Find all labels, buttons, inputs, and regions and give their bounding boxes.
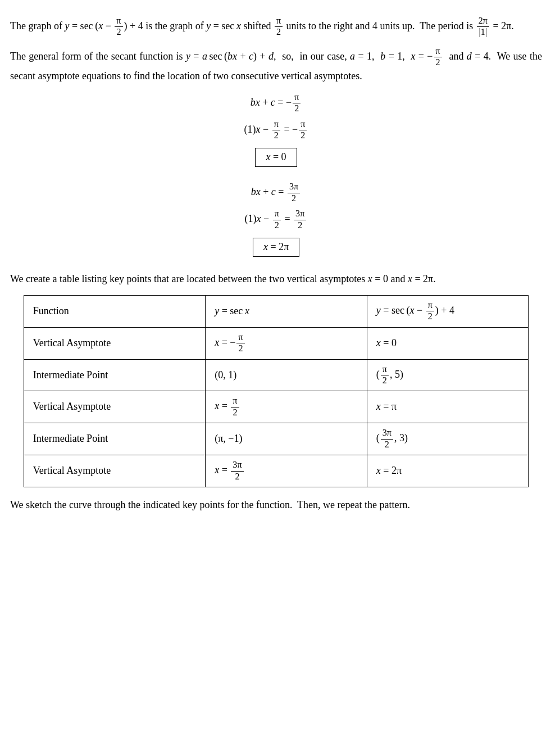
conclusion-paragraph: We sketch the curve through the indicate…	[10, 497, 542, 513]
row2-col3: (π2, 5)	[367, 359, 529, 391]
row4-col2: (π, −1)	[206, 423, 367, 455]
row1-col3: x = 0	[367, 327, 529, 359]
row3-col2: x = π2	[206, 391, 367, 423]
row4-col3: (3π2, 3)	[367, 423, 529, 455]
col-header-shifted: y = sec (x − π2) + 4	[367, 295, 529, 327]
table-row: Vertical Asymptote x = π2 x = π	[24, 391, 529, 423]
row5-col3: x = 2π	[367, 455, 529, 487]
col-header-secx: y = sec x	[206, 295, 367, 327]
row3-col3: x = π	[367, 391, 529, 423]
row5-label: Vertical Asymptote	[24, 455, 206, 487]
eq2-line2: (1)x − π2 = 3π2	[10, 209, 542, 231]
row1-label: Vertical Asymptote	[24, 327, 206, 359]
table-row: Vertical Asymptote x = 3π2 x = 2π	[24, 455, 529, 487]
row1-col2: x = −π2	[206, 327, 367, 359]
eq2-result: x = 2π	[10, 236, 542, 259]
paragraph-2: The general form of the secant function …	[10, 46, 542, 84]
table-intro: We create a table listing key points tha…	[10, 271, 542, 287]
eq2-line1: bx + c = 3π2	[10, 182, 542, 204]
eq1-line1: bx + c = −π2	[10, 92, 542, 115]
col-header-function: Function	[24, 295, 206, 327]
eq1-line2: (1)x − π2 = −π2	[10, 119, 542, 142]
paragraph-1: The graph of y = sec (x − π2) + 4 is the…	[10, 16, 542, 38]
table-row: Vertical Asymptote x = −π2 x = 0	[24, 327, 529, 359]
row2-label: Intermediate Point	[24, 359, 206, 391]
equation-block-2: bx + c = 3π2 (1)x − π2 = 3π2 x = 2π	[10, 182, 542, 259]
row2-col2: (0, 1)	[206, 359, 367, 391]
eq1-result: x = 0	[10, 146, 542, 169]
table-row: Intermediate Point (π, −1) (3π2, 3)	[24, 423, 529, 455]
row5-col2: x = 3π2	[206, 455, 367, 487]
equation-block-1: bx + c = −π2 (1)x − π2 = −π2 x = 0	[10, 92, 542, 170]
row4-label: Intermediate Point	[24, 423, 206, 455]
table-row: Intermediate Point (0, 1) (π2, 5)	[24, 359, 529, 391]
row3-label: Vertical Asymptote	[24, 391, 206, 423]
table-header-row: Function y = sec x y = sec (x − π2) + 4	[24, 295, 529, 327]
key-points-table: Function y = sec x y = sec (x − π2) + 4 …	[24, 295, 529, 487]
